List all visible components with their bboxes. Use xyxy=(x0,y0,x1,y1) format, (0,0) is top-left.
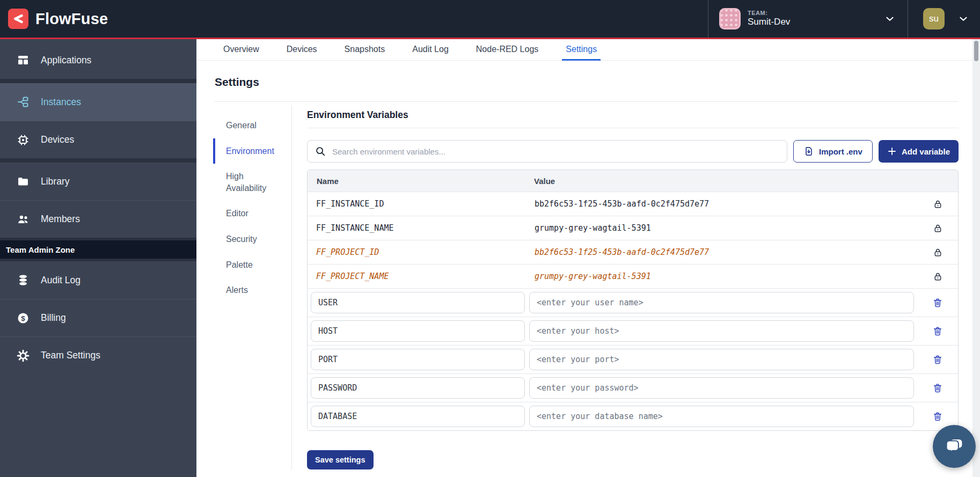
plus-icon xyxy=(887,146,897,156)
lock-icon xyxy=(933,223,943,233)
tab-snapshots[interactable]: Snapshots xyxy=(341,39,389,61)
env-variables-table: Name Value FF_INSTANCE_ID bb2f6c53-1f25-… xyxy=(307,170,959,431)
env-var-value-input[interactable] xyxy=(529,292,914,313)
add-variable-button[interactable]: Add variable xyxy=(879,140,959,163)
env-var-name-input[interactable] xyxy=(311,377,525,399)
sidebar-item-audit-log[interactable]: Audit Log xyxy=(0,261,196,299)
tab-audit-log[interactable]: Audit Log xyxy=(408,39,452,61)
env-var-name-input[interactable] xyxy=(311,292,525,313)
tab-settings[interactable]: Settings xyxy=(562,39,601,61)
column-header-name: Name xyxy=(308,177,529,186)
app-window: FlowFuse TEAM: Sumit-Dev su xyxy=(0,0,980,477)
chip-icon xyxy=(17,134,30,146)
tab-devices[interactable]: Devices xyxy=(283,39,321,61)
subnav-item-alerts[interactable]: Alerts xyxy=(213,277,279,303)
chat-launcher-button[interactable] xyxy=(933,425,976,468)
instance-tabs: Overview Devices Snapshots Audit Log Nod… xyxy=(196,39,972,61)
env-controls: Import .env Add variable xyxy=(307,140,959,163)
trash-icon xyxy=(932,326,943,336)
page-title: Settings xyxy=(215,76,959,89)
chevron-down-icon[interactable] xyxy=(957,13,969,25)
user-avatar[interactable]: su xyxy=(923,8,945,30)
sidebar-item-devices[interactable]: Devices xyxy=(0,121,196,158)
instances-icon xyxy=(17,96,30,108)
folder-icon xyxy=(17,175,30,188)
sidebar-divider xyxy=(0,158,196,163)
subnav-item-environment[interactable]: Environment xyxy=(213,138,279,164)
sidebar: Applications Instances xyxy=(0,39,196,477)
env-var-row-editable xyxy=(308,317,958,345)
env-var-row-editable xyxy=(308,288,958,317)
subnav-item-editor[interactable]: Editor xyxy=(213,201,279,226)
subnav-item-high-availability[interactable]: High Availability xyxy=(213,164,279,201)
team-avatar xyxy=(719,8,741,30)
vertical-scrollbar[interactable] xyxy=(972,39,980,477)
page-divider xyxy=(215,101,959,102)
users-icon xyxy=(17,213,30,226)
user-menu[interactable]: su xyxy=(908,0,969,38)
settings-subnav: General Environment High Availability Ed… xyxy=(213,105,292,469)
lock-icon xyxy=(933,247,943,258)
dollar-circle-icon: $ xyxy=(17,312,30,325)
subnav-item-security[interactable]: Security xyxy=(213,226,279,252)
chevron-down-icon[interactable] xyxy=(884,13,896,25)
sidebar-item-applications[interactable]: Applications xyxy=(0,41,196,79)
brand[interactable]: FlowFuse xyxy=(8,9,108,29)
sidebar-item-team-settings[interactable]: Team Settings xyxy=(0,336,196,374)
team-meta: TEAM: Sumit-Dev xyxy=(748,10,790,28)
sidebar-item-label: Library xyxy=(41,176,70,187)
env-var-row-readonly: FF_PROJECT_NAME grumpy-grey-wagtail-5391 xyxy=(308,264,958,288)
team-selector[interactable]: TEAM: Sumit-Dev xyxy=(708,0,908,38)
applications-icon xyxy=(17,54,30,67)
env-var-value-input[interactable] xyxy=(529,377,914,399)
sidebar-item-label: Instances xyxy=(41,97,81,108)
sidebar-item-instances[interactable]: Instances xyxy=(0,83,196,121)
search-box xyxy=(307,140,787,163)
lock-icon xyxy=(933,271,943,282)
trash-icon xyxy=(932,411,943,422)
env-var-name-input[interactable] xyxy=(311,349,525,370)
column-header-value: Value xyxy=(529,177,917,186)
env-var-name-input[interactable] xyxy=(311,406,525,427)
environment-variables-heading: Environment Variables xyxy=(307,109,959,128)
settings-page: Settings General Environment High Availa… xyxy=(196,61,972,469)
env-var-value-input[interactable] xyxy=(529,349,914,370)
team-name: Sumit-Dev xyxy=(748,17,790,27)
env-var-value-input[interactable] xyxy=(529,320,914,342)
delete-variable-button[interactable] xyxy=(931,410,944,423)
sidebar-item-members[interactable]: Members xyxy=(0,200,196,238)
sidebar-item-billing[interactable]: $ Billing xyxy=(0,299,196,336)
scrollbar-thumb[interactable] xyxy=(974,41,978,61)
subnav-item-palette[interactable]: Palette xyxy=(213,252,279,278)
gear-icon xyxy=(17,349,30,362)
sidebar-divider xyxy=(0,79,196,83)
env-var-row-readonly: FF_INSTANCE_ID bb2f6c53-1f25-453b-aafd-0… xyxy=(308,192,958,216)
sidebar-item-label: Billing xyxy=(41,312,66,324)
delete-variable-button[interactable] xyxy=(931,381,944,394)
trash-icon xyxy=(932,383,943,393)
delete-variable-button[interactable] xyxy=(931,325,944,337)
chat-bubbles-icon xyxy=(943,435,966,458)
database-icon xyxy=(17,274,30,287)
env-var-row-editable xyxy=(308,345,958,373)
import-env-button[interactable]: Import .env xyxy=(793,140,873,163)
delete-variable-button[interactable] xyxy=(931,353,944,366)
env-var-name-input[interactable] xyxy=(311,320,525,342)
env-var-name: FF_INSTANCE_NAME xyxy=(308,223,529,233)
env-var-name: FF_PROJECT_NAME xyxy=(308,271,529,281)
table-body: FF_INSTANCE_ID bb2f6c53-1f25-453b-aafd-0… xyxy=(308,192,958,430)
tab-node-red-logs[interactable]: Node-RED Logs xyxy=(472,39,543,61)
delete-variable-button[interactable] xyxy=(931,296,944,309)
env-var-row-readonly: FF_INSTANCE_NAME grumpy-grey-wagtail-539… xyxy=(308,216,958,240)
tab-overview[interactable]: Overview xyxy=(220,39,263,61)
sidebar-item-library[interactable]: Library xyxy=(0,163,196,200)
search-input[interactable] xyxy=(307,140,787,163)
sidebar-item-label: Applications xyxy=(41,55,91,66)
search-icon xyxy=(315,145,326,157)
sidebar-item-label: Members xyxy=(41,214,80,225)
save-settings-button[interactable]: Save settings xyxy=(307,450,374,469)
brand-name: FlowFuse xyxy=(35,10,108,28)
subnav-item-general[interactable]: General xyxy=(213,113,279,138)
trash-icon xyxy=(932,354,943,365)
env-var-value-input[interactable] xyxy=(529,406,914,427)
